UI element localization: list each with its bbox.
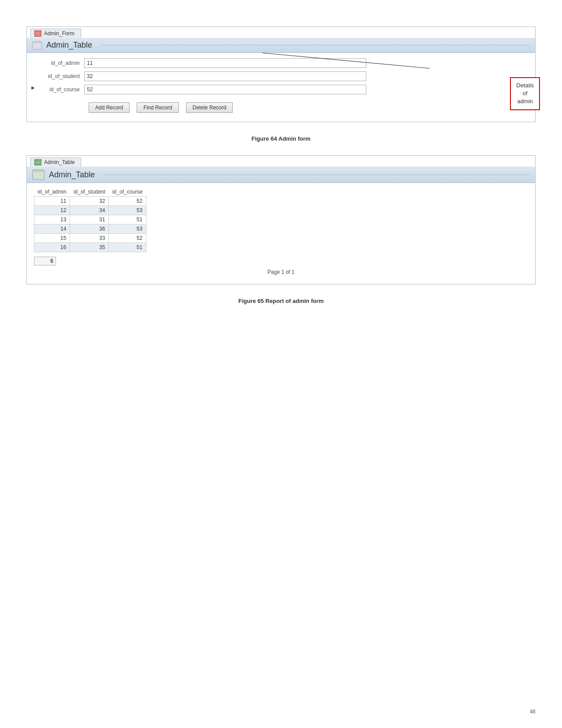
- table-panel-header: Admin_Table: [27, 167, 535, 183]
- table-tab-bar: Admin_Table: [27, 156, 535, 167]
- table-cell: 12: [34, 206, 70, 215]
- table-cell: 52: [109, 197, 146, 206]
- svg-rect-12: [35, 160, 41, 161]
- form-row-id-course: id_of_course: [36, 85, 526, 94]
- label-id-admin: id_of_admin: [36, 60, 84, 66]
- table-row: 123453: [34, 206, 146, 215]
- table-row: 113252: [34, 197, 146, 206]
- label-id-student: id_of_student: [36, 73, 84, 79]
- admin-data-table: id_of_admin id_of_student id_of_course 1…: [34, 187, 146, 252]
- table-cell: 13: [34, 215, 70, 224]
- admin-form-tab[interactable]: Admin_Form: [30, 29, 81, 38]
- svg-rect-4: [35, 35, 41, 36]
- table-panel-icon: [32, 169, 45, 180]
- panel-body: ► id_of_admin id_of_student id_of_course…: [27, 53, 535, 122]
- svg-rect-1: [35, 31, 41, 32]
- table-header-line: [104, 175, 530, 175]
- table-cell: 35: [70, 243, 109, 252]
- svg-rect-6: [33, 42, 41, 43]
- admin-table-tab[interactable]: Admin_Table: [30, 157, 81, 167]
- table-cell: 51: [109, 243, 146, 252]
- panel-header: Admin_Table: [27, 38, 535, 53]
- table-wrapper: id_of_admin id_of_student id_of_course 1…: [27, 183, 535, 284]
- col-header-id-student: id_of_student: [70, 187, 109, 197]
- input-id-admin[interactable]: [84, 58, 366, 68]
- table-cell: 16: [34, 243, 70, 252]
- svg-rect-15: [35, 164, 41, 164]
- figure-64-container: Admin_Form Admin_Table ► id_o: [26, 26, 536, 122]
- svg-rect-9: [33, 47, 41, 49]
- table-cell: 32: [70, 197, 109, 206]
- table-row: 153352: [34, 234, 146, 243]
- svg-rect-19: [33, 175, 44, 176]
- table-row: 133151: [34, 215, 146, 224]
- callout-line1: Details: [516, 82, 534, 89]
- form-row-id-admin: id_of_admin: [36, 58, 526, 68]
- figure-65-caption: Figure 65 Report of admin form: [26, 298, 536, 304]
- row-count-wrapper: [34, 255, 528, 265]
- col-header-id-course: id_of_course: [109, 187, 146, 197]
- svg-rect-7: [33, 44, 41, 45]
- figure-64-caption: Figure 64 Admin form: [26, 135, 536, 142]
- callout-line2: of admin: [517, 90, 532, 105]
- table-row: 143653: [34, 224, 146, 234]
- add-record-button[interactable]: Add Record: [89, 102, 130, 113]
- admin-table-panel: Admin_Table Admin_Table id_of_admin id: [26, 155, 536, 284]
- table-cell: 51: [109, 215, 146, 224]
- svg-rect-3: [35, 34, 41, 34]
- svg-rect-14: [35, 162, 41, 163]
- table-row: 163551: [34, 243, 146, 252]
- table-cell: 53: [109, 224, 146, 234]
- form-row-id-student: id_of_student: [36, 71, 526, 81]
- admin-form-tab-label: Admin_Form: [44, 30, 74, 37]
- svg-rect-20: [33, 177, 44, 179]
- table-cell: 53: [109, 206, 146, 215]
- tab-bar: Admin_Form: [27, 27, 535, 38]
- find-record-button[interactable]: Find Record: [137, 102, 179, 113]
- input-id-student[interactable]: [84, 71, 366, 81]
- svg-rect-13: [35, 161, 41, 162]
- delete-record-button[interactable]: Delete Record: [186, 102, 233, 113]
- col-header-id-admin: id_of_admin: [34, 187, 70, 197]
- table-cell: 33: [70, 234, 109, 243]
- header-line: [101, 45, 530, 45]
- svg-rect-8: [33, 45, 41, 47]
- row-count-input[interactable]: [34, 257, 56, 265]
- admin-table-tab-label: Admin_Table: [44, 159, 74, 165]
- svg-rect-18: [33, 172, 44, 174]
- figure-65-container: Admin_Table Admin_Table id_of_admin id: [26, 155, 536, 284]
- page-number: 46: [530, 709, 536, 715]
- button-row: Add Record Find Record Delete Record: [36, 102, 526, 113]
- table-header-row: id_of_admin id_of_student id_of_course: [34, 187, 146, 197]
- table-cell: 34: [70, 206, 109, 215]
- panel-title: Admin_Table: [46, 41, 92, 50]
- table-cell: 14: [34, 224, 70, 234]
- svg-rect-17: [33, 170, 44, 172]
- table-tab-icon: [34, 159, 41, 165]
- table-cell: 52: [109, 234, 146, 243]
- form-tab-icon: [34, 30, 41, 37]
- details-callout: Details of admin: [510, 77, 540, 110]
- label-id-course: id_of_course: [36, 86, 84, 93]
- panel-header-icon: [32, 41, 42, 50]
- svg-rect-2: [35, 32, 41, 33]
- page-info: Page 1 of 1: [34, 269, 528, 275]
- table-panel-title: Admin_Table: [49, 170, 95, 179]
- admin-form-panel: Admin_Form Admin_Table ► id_o: [26, 26, 536, 122]
- table-cell: 36: [70, 224, 109, 234]
- table-cell: 11: [34, 197, 70, 206]
- input-id-course[interactable]: [84, 85, 366, 94]
- table-cell: 15: [34, 234, 70, 243]
- table-cell: 31: [70, 215, 109, 224]
- nav-arrow[interactable]: ►: [30, 85, 36, 91]
